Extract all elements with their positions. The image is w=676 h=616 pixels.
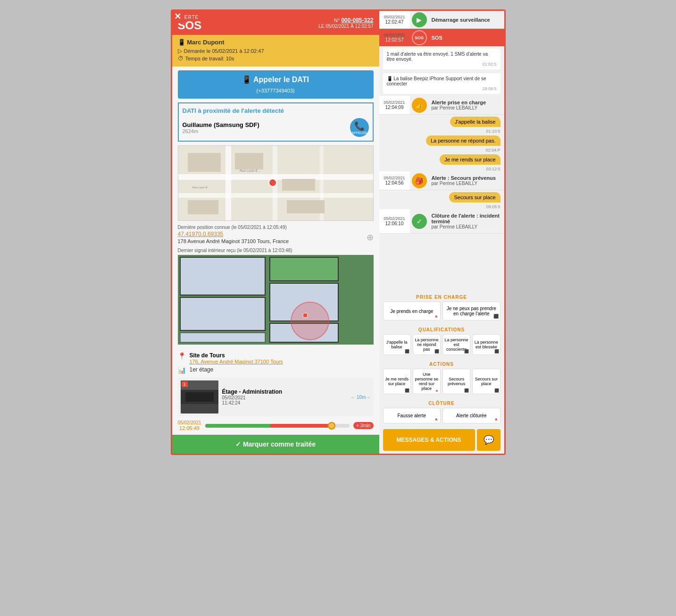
dati-proximity-row: Guillaume (Samsung SDF) 2624m 📞 APPELER <box>183 118 369 137</box>
prise-en-charge-title: PRISE EN CHARGE <box>379 291 504 302</box>
alert-number-label: N° 000-085-322 <box>318 17 373 24</box>
qualifications-title: QUALIFICATIONS <box>379 323 504 334</box>
personne-repond-pas-button[interactable]: La personne ne répond pas ⬛ <box>413 334 441 355</box>
event-item-5: 05/02/2021 12:06:10 ✓ Clôture de l'alert… <box>379 209 504 234</box>
dati-device-info: Guillaume (Samsung SDF) 2624m <box>183 121 259 134</box>
ne-pas-prendre-button[interactable]: Je ne peux pas prendre en charge l'alert… <box>442 302 501 321</box>
indoor-svg <box>178 255 374 345</box>
photo-section: 1 Étage - Administration 05/02/2021 11:4… <box>178 378 374 416</box>
timeline-plus: + 3min <box>353 422 373 429</box>
message-time-1: 01:10:5 <box>379 129 501 134</box>
svg-text:Rue Louis E...: Rue Louis E... <box>240 169 260 172</box>
user-name: 📱 Marc Dupont <box>178 39 374 46</box>
call-dati-button[interactable]: 📱 Appeler le DATI (+33777349403) <box>178 70 374 99</box>
svg-text:Rue Leon B: Rue Leon B <box>192 186 208 189</box>
fausse-alerte-button[interactable]: Fausse alerte 🔺 <box>383 408 441 423</box>
message-bubble-4: Secours sur place <box>449 192 500 203</box>
event-content-4: Alerte : Secours prévenus par Perrine LE… <box>429 171 504 190</box>
event-icon-col-2: SOS <box>410 29 429 46</box>
event-content-1: Démarrage surveillance <box>429 11 504 28</box>
svg-rect-7 <box>235 153 263 169</box>
message-bubble-3: Je me rends sur place <box>440 154 500 165</box>
cloture-icon-2: 🔺 <box>493 417 499 422</box>
event-title-3: Alerte prise en charge <box>432 100 501 105</box>
personne-rend-button[interactable]: Une personne se rend sur place 🔺 <box>413 369 441 394</box>
actions-row: Je me rends sur place ⬛ Une personne se … <box>379 369 504 397</box>
close-button[interactable]: ✕ <box>171 10 184 23</box>
action-icon-4: ⬛ <box>494 388 499 393</box>
svg-point-22 <box>303 313 308 318</box>
svg-rect-3 <box>225 146 231 220</box>
crosshair-icon[interactable]: ⊕ <box>367 232 374 243</box>
timeline-red <box>270 424 328 428</box>
map-container[interactable]: Rue Louis E... Rue Leon B <box>178 145 374 221</box>
appelle-balise-button[interactable]: J'appelle la balise ⬛ <box>383 334 411 355</box>
message-time-2: 02:04:P <box>379 148 501 152</box>
svg-rect-25 <box>185 392 214 402</box>
event-time-5: 05/02/2021 12:06:10 <box>379 209 410 233</box>
alerte-cloturee-button[interactable]: Alerte clôturée 🔺 <box>442 408 501 423</box>
svg-rect-18 <box>270 257 338 281</box>
cloture-row: Fausse alerte 🔺 Alerte clôturée 🔺 <box>379 408 504 426</box>
personne-consciente-button[interactable]: La personne est consciente ⬛ <box>442 334 470 355</box>
photo-thumbnail[interactable]: 1 <box>181 380 218 413</box>
site-address[interactable]: 176, Avenue André Maginot 37100 Tours <box>190 359 283 364</box>
indoor-map <box>178 255 374 345</box>
site-details: Site de Tours 176, Avenue André Maginot … <box>190 352 283 364</box>
mark-treated-button[interactable]: ✓ Marquer comme traitée <box>172 435 379 454</box>
qualif-icon-4: ⬛ <box>494 349 499 354</box>
photo-info: Étage - Administration 05/02/2021 11:42:… <box>222 388 347 405</box>
dati-call-button[interactable]: 📞 APPELER <box>350 118 369 137</box>
alert-header: ALERTE SOS N° 000-085-322 LE 05/02/2021 … <box>172 11 379 35</box>
dati-distance: 2624m <box>183 128 259 134</box>
message-time-4: 09:05:5 <box>379 204 501 209</box>
action-icon-3: ⬛ <box>464 388 469 393</box>
svg-rect-16 <box>180 297 265 330</box>
check-circle-icon: ✓ <box>412 214 427 229</box>
secours-prevenus-button[interactable]: Secours prévenus ⬛ <box>442 369 470 394</box>
prendre-en-charge-button[interactable]: Je prends en charge 🔺 <box>383 302 441 321</box>
photo-title: Étage - Administration <box>222 388 347 395</box>
event-icon-col-4: 🎒 <box>410 171 429 190</box>
alert-number: 000-085-322 <box>341 17 373 24</box>
timeline-dot <box>328 422 335 430</box>
chat-icon-button[interactable]: 💬 <box>477 429 501 451</box>
info-message-2: 📱 La balise Beepiz iPhone Support vient … <box>383 73 501 94</box>
event-item-3: 05/02/2021 12:04:09 👍 Alerte prise en ch… <box>379 96 504 115</box>
prise-en-charge-row: Je prends en charge 🔺 Je ne peux pas pre… <box>379 302 504 323</box>
thumbsup-circle-icon: 👍 <box>412 98 427 113</box>
event-sub-4: par Perrine LEBAILLY <box>432 181 501 186</box>
event-content-5: Clôture de l'alerte : incident terminé p… <box>429 209 504 233</box>
qualif-icon-2: ⬛ <box>434 349 439 354</box>
location-details: 47.41970,0.69335 178 Avenue André Magino… <box>178 231 289 244</box>
timeline-clock: 12:05:49 <box>178 425 201 431</box>
phone-icon: 📞 <box>354 121 365 131</box>
event-sub-5: par Perrine LEBAILLY <box>432 224 501 229</box>
svg-point-21 <box>291 302 329 340</box>
alert-date: LE 05/02/2021 À 12:02:57 <box>318 24 373 29</box>
location-coords[interactable]: 47.41970,0.69335 <box>178 231 289 237</box>
svg-point-13 <box>269 179 276 186</box>
event-content-3: Alerte prise en charge par Perrine LEBAI… <box>429 96 504 114</box>
messages-actions-row: MESSAGES & ACTIONS 💬 <box>379 426 504 454</box>
dati-proximity-title: DATI à proximité de l'alerte détecté <box>183 107 369 114</box>
svg-rect-9 <box>188 200 218 214</box>
secours-place-button[interactable]: Secours sur place ⬛ <box>472 369 500 394</box>
site-icon: 📍 <box>178 352 186 360</box>
event-icon-col-1: ▶ <box>410 11 429 28</box>
floor-row: 📊 1er étage <box>178 366 374 374</box>
location-address: 178 Avenue André Maginot 37100 Tours, Fr… <box>178 238 289 244</box>
alert-number-section: N° 000-085-322 LE 05/02/2021 À 12:02:57 <box>318 17 373 29</box>
sos-circle-icon: SOS <box>412 30 427 45</box>
last-position-label: Dernière position connue (le 05/02/2021 … <box>178 225 374 230</box>
messages-actions-button[interactable]: MESSAGES & ACTIONS <box>383 429 475 451</box>
event-item-1: 05/02/2021 12:02:47 ▶ Démarrage surveill… <box>379 11 504 29</box>
event-item-2: 05/02/2021 12:02:57 SOS SOS <box>379 29 504 47</box>
rends-place-button[interactable]: Je me rends sur place ⬛ <box>383 369 411 394</box>
indoor-section: Dernier signal intérieur reçu (le 05/02/… <box>178 248 374 345</box>
personne-blessee-button[interactable]: La personne est blessée ⬛ <box>472 334 500 355</box>
event-time-3: 05/02/2021 12:04:09 <box>379 96 410 114</box>
timeline-date: 05/02/2021 <box>178 420 201 425</box>
message-bubble-1: J'appelle la balise <box>450 117 501 127</box>
qualif-icon-1: ⬛ <box>405 349 409 354</box>
